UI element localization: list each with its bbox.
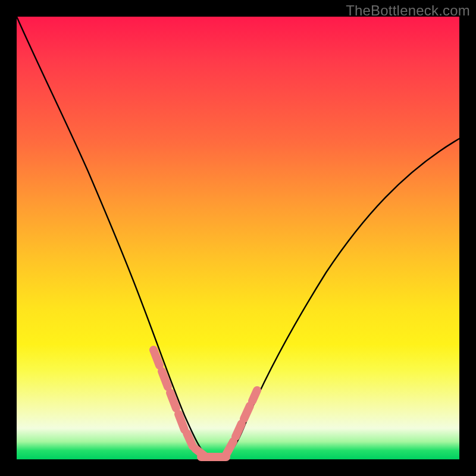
svg-line-9 xyxy=(252,390,257,401)
curve-svg xyxy=(17,17,459,459)
svg-line-7 xyxy=(236,424,242,437)
svg-line-6 xyxy=(226,441,233,455)
chart-stage: TheBottleneck.com xyxy=(0,0,476,476)
gradient-plot-area xyxy=(17,17,459,459)
highlight-ascending xyxy=(226,390,257,455)
svg-line-4 xyxy=(187,433,193,446)
svg-line-2 xyxy=(170,393,176,408)
svg-line-8 xyxy=(244,406,250,419)
svg-line-3 xyxy=(178,414,184,430)
svg-line-1 xyxy=(162,371,168,387)
bottleneck-curve xyxy=(17,17,459,457)
svg-line-0 xyxy=(154,350,159,365)
